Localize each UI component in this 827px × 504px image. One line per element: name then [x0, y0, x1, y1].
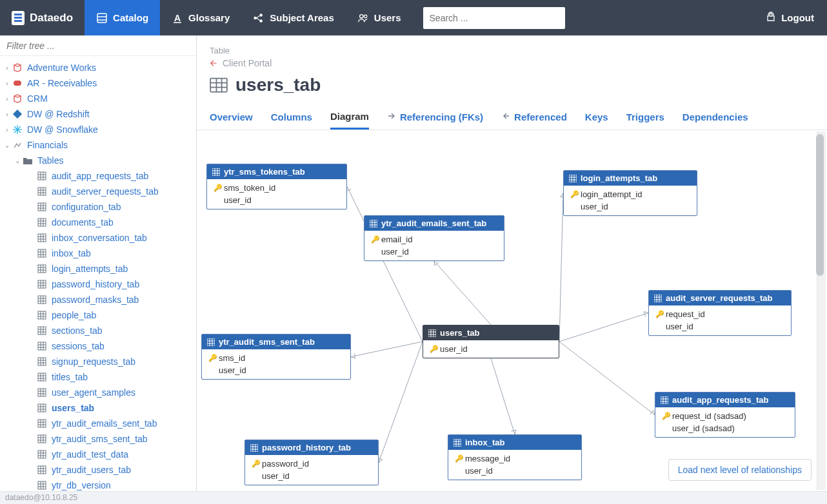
erd-node-header[interactable]: audit_app_requests_tab [655, 393, 795, 407]
tree-db-financials[interactable]: ⌄Financials [0, 137, 196, 153]
tree-table-audit_app_requests_tab[interactable]: audit_app_requests_tab [0, 168, 196, 184]
tree-db-ar[interactable]: ›AR - Receivables [0, 75, 196, 91]
erd-node-header[interactable]: ytr_audit_emails_sent_tab [364, 216, 504, 231]
erd-field: 🔑request_id [649, 308, 791, 320]
tree-table-ytr_audit_sms_sent_tab[interactable]: ytr_audit_sms_sent_tab [0, 431, 196, 447]
tree-table-configuration_tab[interactable]: configuration_tab [0, 199, 196, 215]
erd-field-name: email_id [381, 235, 412, 244]
brand[interactable]: Dataedo [0, 0, 85, 35]
tree-table-ytr_db_version[interactable]: ytr_db_version [0, 478, 196, 491]
logout-button[interactable]: Logout [753, 12, 827, 24]
subjects-icon [253, 12, 264, 24]
tab-keys[interactable]: Keys [585, 104, 608, 130]
tree-table-password_history_tab[interactable]: password_history_tab [0, 276, 196, 292]
erd-node-sms_tokens[interactable]: ytr_sms_tokens_tab🔑sms_token_iduser_id [206, 164, 347, 209]
erd-node-header[interactable]: inbox_tab [448, 435, 581, 450]
svg-rect-171 [250, 444, 258, 452]
db-icon [12, 93, 23, 104]
breadcrumb[interactable]: Client Portal [197, 57, 827, 72]
nav-glossary[interactable]: AGlossary [160, 0, 241, 35]
tree-table-ytr_audit_users_tab[interactable]: ytr_audit_users_tab [0, 462, 196, 478]
svg-line-130 [559, 193, 563, 342]
erd-node-login[interactable]: login_attempts_tab🔑login_attempt_iduser_… [563, 170, 697, 216]
grid-icon [654, 295, 662, 302]
erd-field: user_id [207, 194, 346, 206]
tab-columns[interactable]: Columns [271, 104, 312, 130]
chevron-icon[interactable]: › [3, 95, 12, 102]
tab-label: Columns [271, 111, 312, 122]
tree-label: people_tab [52, 310, 96, 320]
chevron-icon[interactable]: › [3, 64, 12, 72]
scrollbar-thumb[interactable] [816, 134, 824, 276]
tree-table-inbox_conversation_tab[interactable]: inbox_conversation_tab [0, 230, 196, 246]
erd-node-header[interactable]: ytr_audit_sms_sent_tab [202, 334, 350, 349]
tree-table-sessions_tab[interactable]: sessions_tab [0, 338, 196, 354]
tree-db-crm[interactable]: ›CRM [0, 91, 196, 106]
erd-node-header[interactable]: password_history_tab [245, 440, 378, 455]
tree-table-people_tab[interactable]: people_tab [0, 307, 196, 323]
erd-node-users[interactable]: users_tab🔑user_id [423, 325, 559, 358]
tree-table-signup_requests_tab[interactable]: signup_requests_tab [0, 354, 196, 369]
search-input[interactable] [423, 7, 565, 29]
diagram-canvas[interactable]: Load next level of relationships users_t… [197, 130, 827, 491]
table-icon [37, 419, 46, 428]
chevron-icon[interactable]: › [3, 80, 12, 87]
tab-dependencies[interactable]: Dependencies [683, 104, 748, 130]
tab-referenced[interactable]: Referenced [501, 104, 567, 130]
tab-triggers[interactable]: Triggers [626, 104, 664, 130]
table-icon [210, 77, 228, 93]
svg-rect-43 [38, 249, 46, 257]
chevron-icon[interactable]: ⌄ [3, 142, 12, 149]
tree[interactable]: ›Adventure Works›AR - Receivables›CRM›DW… [0, 56, 196, 491]
erd-node-inbox[interactable]: inbox_tab🔑message_iduser_id [448, 434, 582, 480]
svg-rect-176 [453, 439, 461, 447]
tree-db-adventure[interactable]: ›Adventure Works [0, 60, 196, 75]
tree-db-snowflake[interactable]: ›DW @ Snowflake [0, 122, 196, 137]
key-icon: 🔑 [455, 454, 461, 463]
tab-diagram[interactable]: Diagram [330, 104, 369, 130]
svg-point-11 [364, 15, 367, 18]
nav-label: Subject Areas [270, 12, 334, 23]
tree-table-ytr_audit_emails_sent_tab[interactable]: ytr_audit_emails_sent_tab [0, 416, 196, 431]
grid-icon [250, 444, 258, 452]
chevron-icon[interactable]: ⌄ [13, 157, 22, 164]
load-next-button[interactable]: Load next level of relationships [668, 459, 812, 481]
tree-table-sections_tab[interactable]: sections_tab [0, 323, 196, 338]
tree-table-documents_tab[interactable]: documents_tab [0, 215, 196, 230]
scrollbar-vertical[interactable] [817, 131, 826, 490]
tree-filter-input[interactable] [0, 35, 196, 56]
tree-table-ytr_audit_test_data[interactable]: ytr_audit_test_data [0, 447, 196, 462]
tab-overview[interactable]: Overview [210, 104, 253, 130]
tree-table-audit_server_requests_tab[interactable]: audit_server_requests_tab [0, 184, 196, 199]
table-icon [37, 326, 46, 335]
tree-table-titles_tab[interactable]: titles_tab [0, 369, 196, 385]
nav-catalog[interactable]: Catalog [85, 0, 160, 35]
nav-subjects[interactable]: Subject Areas [241, 0, 346, 35]
tree-table-users_tab[interactable]: users_tab [0, 400, 196, 416]
erd-node-audit_app[interactable]: audit_app_requests_tab🔑request_id (sadsa… [655, 392, 795, 438]
erd-node-header[interactable]: login_attempts_tab [564, 171, 697, 186]
erd-node-header[interactable]: ytr_sms_tokens_tab [207, 164, 346, 179]
erd-node-audit_server[interactable]: audit_server_requests_tab🔑request_iduser… [648, 290, 792, 336]
erd-node-title: audit_app_requests_tab [672, 395, 769, 405]
erd-field: 🔑login_attempt_id [564, 188, 697, 200]
erd-node-sms_sent[interactable]: ytr_audit_sms_sent_tab🔑sms_iduser_id [201, 334, 351, 380]
nav-users[interactable]: Users [346, 0, 413, 35]
tree-table-user_agent_samples[interactable]: user_agent_samples [0, 385, 196, 400]
chevron-icon[interactable]: › [3, 126, 12, 133]
tree-table-inbox_tab[interactable]: inbox_tab [0, 246, 196, 261]
tree-label: DW @ Redshift [27, 109, 90, 119]
tree-folder-tables[interactable]: ⌄Tables [0, 153, 196, 168]
tree-table-password_masks_tab[interactable]: password_masks_tab [0, 292, 196, 307]
table-icon [37, 403, 46, 412]
tree-table-login_attempts_tab[interactable]: login_attempts_tab [0, 261, 196, 276]
tree-db-redshift[interactable]: ›DW @ Redshift [0, 106, 196, 122]
svg-line-132 [559, 342, 655, 415]
tab-referencing[interactable]: Referencing (FKs) [387, 104, 483, 130]
chevron-icon[interactable]: › [3, 111, 12, 118]
erd-node-header[interactable]: audit_server_requests_tab [649, 291, 791, 305]
erd-node-pwd[interactable]: password_history_tab🔑password_iduser_id [244, 440, 379, 485]
erd-node-header[interactable]: users_tab [423, 325, 559, 340]
tree-label: login_attempts_tab [52, 264, 128, 274]
erd-node-emails[interactable]: ytr_audit_emails_sent_tab🔑email_iduser_i… [364, 215, 504, 261]
